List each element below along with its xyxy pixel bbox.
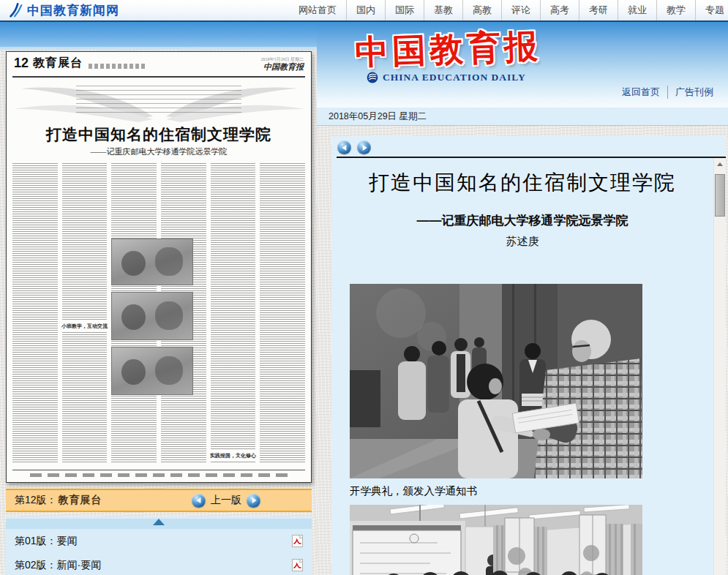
scroll-up-arrow-icon bbox=[717, 162, 723, 166]
topnav-item-teaching[interactable]: 教学 bbox=[656, 0, 695, 20]
paper-masthead: 中国教育报 CHINA EDUCATION DAILY 返回首页 广告刊例 bbox=[317, 22, 728, 108]
paper-name-calligraphy: 中国教育报 bbox=[354, 26, 542, 72]
thumbnail-photo bbox=[111, 292, 193, 340]
topnav-item-comment[interactable]: 评论 bbox=[501, 0, 540, 20]
current-page-bar: 第12版： 教育展台 上一版 bbox=[6, 489, 312, 512]
classroom-photo bbox=[350, 505, 642, 575]
blue-band bbox=[0, 22, 317, 47]
thumbnail-page-number: 12 bbox=[14, 56, 29, 71]
thumbnail-headline: 打造中国知名的住宿制文理学院 bbox=[7, 124, 311, 145]
topnav-item-domestic[interactable]: 国内 bbox=[346, 0, 385, 20]
article-divider-rule bbox=[337, 157, 726, 158]
current-page-section: 教育展台 bbox=[59, 494, 102, 507]
paper-name-english: CHINA EDUCATION DAILY bbox=[383, 72, 526, 83]
photo-caption: 开学典礼，颁发入学通知书 bbox=[350, 484, 477, 498]
masthead-links: 返回首页 广告刊例 bbox=[615, 86, 721, 99]
thumbnail-mini-paper-name: 中国教育报 bbox=[261, 62, 304, 71]
page-list-panel: 第01版：要闻 第02版：新闻·要闻 bbox=[6, 516, 312, 575]
next-page-button[interactable] bbox=[247, 494, 260, 508]
text-column: 小班教学，互动交流 bbox=[62, 163, 108, 463]
thumbnail-mini-date: 2018年5月29日 星期二 bbox=[261, 57, 304, 62]
site-logo[interactable]: 中国教育新闻网 bbox=[0, 2, 289, 19]
collapse-up-triangle-icon bbox=[153, 519, 165, 525]
thumbnail-photo bbox=[111, 347, 193, 395]
ced-globe-icon bbox=[367, 72, 378, 83]
thumbnail-header-rule bbox=[12, 76, 305, 78]
topnav-item-home[interactable]: 网站首页 bbox=[289, 0, 346, 20]
page-list-item-label: 第01版：要闻 bbox=[15, 535, 78, 548]
top-navigation: 网站首页 国内 国际 基教 高教 评论 高考 考研 就业 教学 专题 图片 桃李 bbox=[289, 0, 728, 20]
issue-date-bar: 2018年05月29日 星期二 bbox=[317, 108, 728, 126]
left-panel: 12 教育展台 2018年5月29日 星期二 中国教育报 打造中国知名的住宿制文 bbox=[0, 22, 317, 575]
right-panel: 中国教育报 CHINA EDUCATION DAILY 返回首页 广告刊例 20… bbox=[317, 22, 728, 575]
topnav-item-jobs[interactable]: 就业 bbox=[618, 0, 656, 20]
prev-page-label[interactable]: 上一版 bbox=[211, 494, 241, 507]
current-page-label: 第12版： bbox=[15, 494, 57, 507]
thumbnail-photo bbox=[111, 238, 193, 285]
page-list-item-label: 第02版：新闻·要闻 bbox=[15, 559, 101, 572]
pdf-icon[interactable] bbox=[292, 535, 303, 547]
topnav-item-higher-edu[interactable]: 高教 bbox=[462, 0, 501, 20]
paper-logo[interactable]: 中国教育报 CHINA EDUCATION DAILY bbox=[355, 29, 541, 83]
prev-page-button[interactable] bbox=[192, 494, 206, 508]
thumbnail-section-name: 教育展台 bbox=[33, 56, 83, 71]
newspaper-page-thumbnail[interactable]: 12 教育展台 2018年5月29日 星期二 中国教育报 打造中国知名的住宿制文 bbox=[6, 51, 312, 483]
thumbnail-mini-masthead: 2018年5月29日 星期二 中国教育报 bbox=[261, 57, 304, 71]
top-site-bar: 中国教育新闻网 网站首页 国内 国际 基教 高教 评论 高考 考研 就业 教学 … bbox=[0, 0, 728, 22]
topnav-item-special[interactable]: 专题 bbox=[695, 0, 728, 20]
ad-rates-link[interactable]: 广告刊例 bbox=[667, 86, 721, 99]
thumbnail-subhead: ——记重庆邮电大学移通学院远景学院 bbox=[7, 146, 311, 157]
column-heading: 实践报国，文化修心 bbox=[209, 450, 258, 461]
scrollbar-up-button[interactable] bbox=[714, 158, 726, 170]
page-list-item-01[interactable]: 第01版：要闻 bbox=[6, 529, 312, 553]
swoosh-icon bbox=[7, 2, 23, 18]
thumbnail-contact-greek bbox=[89, 64, 146, 69]
topnav-item-kaoyan[interactable]: 考研 bbox=[579, 0, 618, 20]
article-scrollbar[interactable] bbox=[713, 158, 726, 575]
next-article-button[interactable] bbox=[357, 140, 371, 154]
text-column bbox=[12, 163, 58, 463]
article-nav-buttons bbox=[337, 140, 371, 154]
text-column: 实践报国，文化修心 bbox=[211, 163, 256, 463]
page-list-item-02[interactable]: 第02版：新闻·要闻 bbox=[6, 553, 312, 575]
topnav-item-international[interactable]: 国际 bbox=[385, 0, 424, 20]
article-container: 打造中国知名的住宿制文理学院 ——记重庆邮电大学移通学院远景学院 苏述庚 bbox=[331, 136, 726, 575]
page-list-collapse-strip[interactable] bbox=[6, 519, 312, 529]
site-name: 中国教育新闻网 bbox=[27, 2, 119, 19]
text-column bbox=[260, 163, 305, 463]
pdf-icon[interactable] bbox=[292, 559, 303, 571]
prev-article-button[interactable] bbox=[337, 140, 351, 154]
topnav-item-basic-edu[interactable]: 基教 bbox=[424, 0, 462, 20]
thumbnail-header: 12 教育展台 2018年5月29日 星期二 中国教育报 bbox=[14, 56, 304, 71]
article-subtitle: ——记重庆邮电大学移通学院远景学院 bbox=[331, 212, 713, 229]
thumbnail-slogan-greek bbox=[76, 86, 241, 113]
ceremony-photo bbox=[350, 284, 642, 478]
topnav-item-gaokao[interactable]: 高考 bbox=[540, 0, 579, 20]
article-title: 打造中国知名的住宿制文理学院 bbox=[331, 169, 713, 197]
back-home-link[interactable]: 返回首页 bbox=[615, 86, 667, 99]
thumbnail-footer-greek bbox=[30, 473, 288, 477]
thumbnail-footer bbox=[12, 470, 305, 477]
article-author: 苏述庚 bbox=[331, 235, 713, 249]
column-heading: 小班教学，互动交流 bbox=[61, 320, 109, 331]
scrollbar-thumb[interactable] bbox=[715, 174, 725, 217]
